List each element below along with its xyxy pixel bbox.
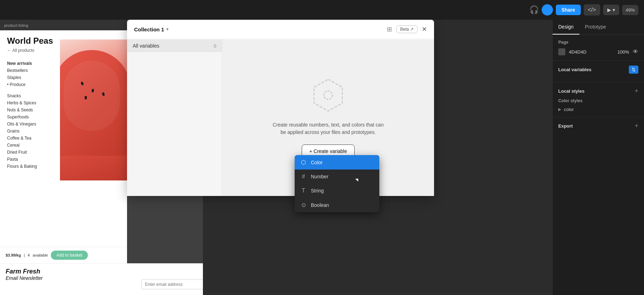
dropdown-item-number[interactable]: # Number — [295, 170, 379, 184]
share-button[interactable]: Share — [556, 5, 581, 15]
page-color-row: 4D4D4D 100% 👁 — [558, 48, 638, 55]
all-variables-item[interactable]: All variables 0 — [127, 39, 222, 52]
number-icon: # — [300, 173, 307, 180]
toolbar-center: 🎧 Share </> ▶ ▾ 49% — [529, 4, 638, 16]
modal-header: Collection 1 ▾ ⊞ Beta ↗ ✕ — [127, 20, 434, 39]
local-styles-title: Local styles — [558, 88, 584, 94]
close-modal-button[interactable]: ✕ — [422, 25, 427, 33]
local-variables-header: Local variables ⇅ — [558, 66, 638, 74]
export-section: Export + — [553, 117, 644, 138]
all-variables-count: 0 — [214, 43, 216, 49]
boolean-label: Boolean — [311, 202, 329, 208]
local-variables-title: Local variables — [558, 67, 591, 72]
color-label: Color — [311, 160, 323, 165]
page-color-swatch[interactable] — [558, 48, 565, 55]
local-variables-button[interactable]: ⇅ — [629, 66, 638, 74]
page-section-header: Page — [558, 40, 638, 45]
layout-icon[interactable]: ⊞ — [387, 25, 392, 33]
boolean-icon: ⊙ — [300, 202, 307, 208]
string-icon: T — [300, 188, 307, 194]
available-label: available — [32, 253, 48, 257]
dropdown-item-string[interactable]: T String — [295, 184, 379, 198]
tab-design[interactable]: Design — [553, 20, 579, 35]
play-button[interactable]: ▶ ▾ — [603, 5, 619, 15]
export-section-header: Export + — [558, 122, 638, 130]
add-export-button[interactable]: + — [634, 122, 638, 130]
color-styles-section: Color styles ▶ color — [558, 98, 638, 112]
color-icon: ⬡ — [300, 159, 307, 166]
breadcrumb: product listing — [4, 23, 28, 27]
svg-marker-0 — [314, 79, 342, 111]
code-button[interactable]: </> — [584, 4, 600, 16]
svg-point-1 — [324, 91, 332, 99]
empty-state-icon — [311, 78, 346, 113]
collection-selector[interactable]: Collection 1 ▾ — [134, 26, 168, 32]
color-styles-header: Color styles — [558, 98, 638, 103]
avatar[interactable] — [542, 4, 553, 16]
product-footer: $3.99/kg | 4 available Add to basket — [0, 247, 127, 263]
color-styles-title: Color styles — [558, 98, 583, 103]
newsletter-email-input[interactable] — [141, 279, 203, 289]
collection-chevron-icon: ▾ — [166, 27, 168, 32]
page-section: Page 4D4D4D 100% 👁 — [553, 35, 644, 61]
all-variables-label: All variables — [133, 43, 159, 49]
newsletter-section: Farm Fresh Email Newsletter — [0, 263, 203, 295]
modal-header-icons: ⊞ Beta ↗ ✕ — [387, 25, 427, 33]
add-to-basket-button[interactable]: Add to basket — [51, 251, 88, 260]
tab-prototype[interactable]: Prototype — [579, 20, 612, 35]
chevron-right-icon: ▶ — [558, 107, 561, 112]
empty-state-text: Create reusable numbers, text, and color… — [272, 121, 385, 136]
separator: | — [24, 253, 25, 257]
beta-label: Beta ↗ — [400, 27, 414, 32]
color-style-label: color — [564, 107, 574, 112]
local-styles-section: Local styles + Color styles ▶ color — [553, 82, 644, 117]
collection-title: Collection 1 — [134, 26, 164, 32]
local-styles-header: Local styles + — [558, 87, 638, 95]
local-variables-section: Local variables ⇅ — [553, 61, 644, 82]
play-icon: ▶ — [607, 7, 611, 13]
visibility-toggle-button[interactable]: 👁 — [633, 49, 638, 55]
beta-badge[interactable]: Beta ↗ — [396, 25, 417, 33]
newsletter-title: Farm Fresh — [6, 268, 203, 275]
product-quantity: 4 — [28, 253, 30, 257]
product-listing: product listing World Peas ← All product… — [0, 20, 127, 295]
headphone-icon[interactable]: 🎧 — [529, 5, 539, 14]
dropdown-item-boolean[interactable]: ⊙ Boolean — [295, 198, 379, 212]
color-style-item[interactable]: ▶ color — [558, 107, 638, 112]
modal-sidebar: All variables 0 — [127, 39, 222, 196]
page-section-title: Page — [558, 40, 568, 45]
page-color-hex: 4D4D4D — [569, 49, 586, 55]
number-label: Number — [311, 174, 329, 179]
dropdown-item-color[interactable]: ⬡ Color — [295, 155, 379, 170]
product-price: $3.99/kg — [6, 253, 21, 257]
product-image — [60, 39, 127, 180]
variable-type-dropdown: ⬡ Color # Number T String ⊙ Boolean — [295, 155, 379, 212]
collection-modal: Collection 1 ▾ ⊞ Beta ↗ ✕ All variables … — [127, 20, 434, 196]
top-toolbar: 🎧 Share </> ▶ ▾ 49% — [0, 0, 644, 20]
string-label: String — [311, 188, 324, 193]
breadcrumb-bar: product listing — [0, 20, 127, 30]
zoom-button[interactable]: 49% — [622, 5, 638, 15]
panel-tabs: Design Prototype — [553, 20, 644, 35]
add-local-style-button[interactable]: + — [634, 87, 638, 95]
play-chevron: ▾ — [613, 7, 615, 13]
page-color-opacity: 100% — [618, 49, 629, 55]
export-title: Export — [558, 123, 573, 129]
right-panel: Design Prototype Page 4D4D4D 100% 👁 Loca… — [552, 20, 644, 295]
